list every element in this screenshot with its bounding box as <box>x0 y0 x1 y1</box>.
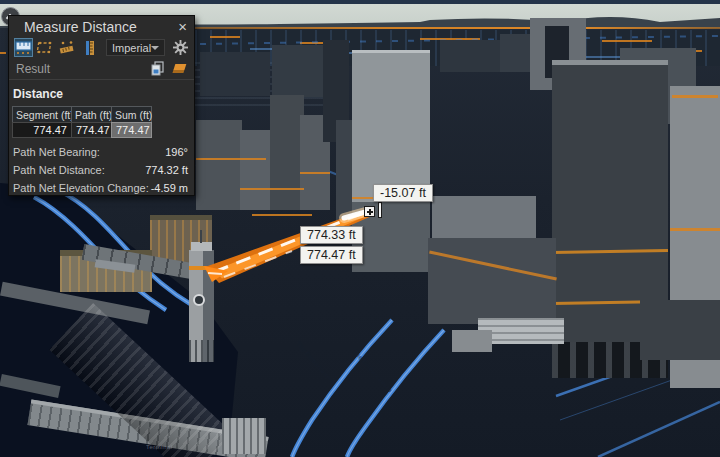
settings-gear-button[interactable] <box>171 39 189 57</box>
cursor-ibar <box>378 202 382 218</box>
units-dropdown[interactable]: Imperial <box>106 39 165 56</box>
distant-building <box>272 45 327 97</box>
clock-tower-arches <box>189 340 214 362</box>
result-row: Result <box>9 58 194 80</box>
result-label: Result <box>16 62 146 76</box>
road-centerline <box>292 320 444 457</box>
tooltip-sum-length: 774.47 ft <box>300 246 363 264</box>
panel-titlebar[interactable]: Measure Distance × <box>9 16 194 37</box>
units-dropdown-value: Imperial <box>112 42 151 54</box>
measure-table-header-row: Segment (ft) Path (ft) Sum (ft) <box>12 106 153 123</box>
panel-title: Measure Distance <box>24 19 178 35</box>
tooltip-elevation-delta: -15.07 ft <box>373 184 433 202</box>
chevron-down-icon <box>151 46 159 50</box>
clock-tower-orange-band <box>189 266 214 270</box>
distant-building <box>200 52 270 96</box>
close-button[interactable]: × <box>178 19 187 34</box>
stat-label: Path Net Distance: <box>13 164 145 176</box>
header-sum: Sum (ft) <box>111 106 152 123</box>
value-path: 774.47 <box>71 122 112 138</box>
distance-heading: Distance <box>9 80 194 106</box>
distant-building <box>440 40 500 72</box>
building-tower <box>270 95 304 210</box>
building-orange-contour <box>672 95 718 98</box>
stat-value: -4.59 m <box>151 182 188 194</box>
clock-face <box>193 294 205 306</box>
plaza-structure <box>452 330 492 352</box>
eraser-icon <box>171 62 187 75</box>
right-low-complex <box>640 300 720 360</box>
street-label-terminal: Terminal <box>146 444 173 450</box>
tool-measure-features-button[interactable] <box>58 38 77 57</box>
measure-area-icon <box>37 40 54 55</box>
terraced-building <box>428 238 556 324</box>
building-tower <box>240 130 274 210</box>
measure-panel: Measure Distance × <box>8 15 195 196</box>
header-path: Path (ft) <box>71 106 112 123</box>
building-orange-contour <box>252 214 312 216</box>
clear-results-button[interactable] <box>170 60 188 77</box>
building-orange-contour <box>196 158 266 160</box>
tool-measure-distance-button[interactable] <box>14 38 33 57</box>
cursor-plus-box <box>364 206 375 217</box>
value-segment: 774.47 <box>12 122 72 138</box>
clock-tower-cupola <box>191 242 212 251</box>
stat-label: Path Net Bearing: <box>13 146 165 158</box>
building-orange-contour <box>300 172 330 174</box>
building-light-tower <box>352 50 430 202</box>
measure-features-icon <box>59 40 76 55</box>
building-tower <box>196 120 242 210</box>
building-orange-contour <box>240 188 304 190</box>
stat-row-bearing: Path Net Bearing: 196° <box>9 143 194 161</box>
stat-label: Path Net Elevation Change: <box>13 182 151 194</box>
clock-tower-spire <box>200 230 202 243</box>
stat-value: 196° <box>165 146 188 158</box>
ferry-building-gable <box>222 418 266 454</box>
copy-result-icon <box>151 61 165 76</box>
panel-toolbar: Imperial <box>9 37 194 58</box>
measure-distance-icon <box>15 40 32 55</box>
stat-row-distance: Path Net Distance: 774.32 ft <box>9 161 194 179</box>
stat-row-elevation: Path Net Elevation Change: -4.59 m <box>9 179 194 197</box>
building-orange-contour <box>670 228 720 231</box>
clock-tower <box>189 250 214 362</box>
gear-icon <box>173 40 188 55</box>
tool-measure-area-button[interactable] <box>36 38 55 57</box>
tooltip-path-length: 774.33 ft <box>300 226 363 244</box>
map-viewport[interactable]: The Embarcadero The Embarcadero Terminal… <box>0 0 720 457</box>
terrace-slab <box>432 196 536 240</box>
header-segment: Segment (ft) <box>12 106 72 123</box>
copy-result-button[interactable] <box>149 60 167 77</box>
measure-table-value-row: 774.47 774.47 774.47 <box>12 123 153 138</box>
measure-vertical-icon <box>84 40 96 56</box>
stat-value: 774.32 ft <box>145 164 188 176</box>
tool-measure-vertical-button[interactable] <box>80 38 99 57</box>
value-sum: 774.47 <box>111 122 152 138</box>
measure-table: Segment (ft) Path (ft) Sum (ft) 774.47 7… <box>12 106 153 138</box>
road-embarcadero-south <box>292 320 444 457</box>
measure-cursor-icon <box>364 202 386 222</box>
